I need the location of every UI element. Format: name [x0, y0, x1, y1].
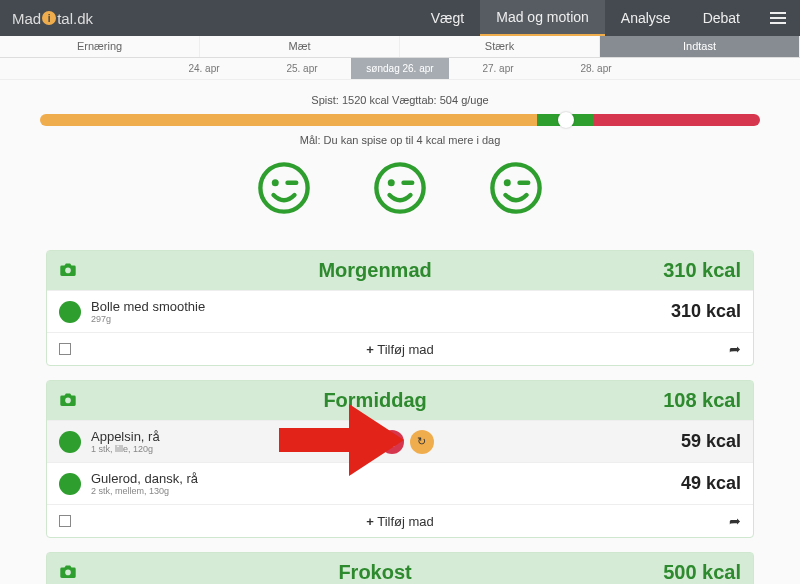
day-tab[interactable]: 27. apr [449, 58, 547, 79]
brand-icon: i [42, 11, 56, 25]
day-tab[interactable]: søndag 26. apr [351, 58, 449, 79]
summary-top: Spist: 1520 kcal Vægttab: 504 g/uge [0, 94, 800, 106]
food-name: Appelsin, rå [91, 429, 160, 444]
food-dot-icon [59, 301, 81, 323]
nav-mad-og-motion[interactable]: Mad og motion [480, 0, 605, 36]
meal-section: Frokost500 kcal [46, 552, 754, 584]
svg-point-1 [272, 179, 279, 186]
share-icon[interactable]: ➦ [729, 341, 741, 357]
brand-post: tal.dk [57, 10, 93, 27]
add-food-button[interactable]: + Tilføj mad [71, 514, 729, 529]
summary-goal: Mål: Du kan spise op til 4 kcal mere i d… [0, 134, 800, 146]
meal-section: Formiddag108 kcalAppelsin, rå1 stk, lill… [46, 380, 754, 538]
menu-icon[interactable] [756, 0, 800, 36]
meal-kcal: 310 kcal [663, 259, 741, 282]
add-food-button[interactable]: + Tilføj mad [71, 342, 729, 357]
food-kcal: 59 kcal [681, 431, 741, 452]
calorie-bar [40, 114, 760, 126]
meal-kcal: 500 kcal [663, 561, 741, 584]
smiley-icon [256, 160, 312, 220]
day-tab[interactable]: 25. apr [253, 58, 351, 79]
food-kcal: 49 kcal [681, 473, 741, 494]
svg-point-4 [492, 164, 539, 211]
smiley-icon [372, 160, 428, 220]
subtab-mæt[interactable]: Mæt [200, 36, 400, 57]
food-dot-icon [59, 431, 81, 453]
smiley-icon [488, 160, 544, 220]
brand-logo: Mad i tal.dk [0, 0, 105, 36]
svg-point-8 [65, 569, 71, 575]
bar-knob[interactable] [558, 112, 574, 128]
food-detail: 297g [91, 314, 205, 324]
subtab-stærk[interactable]: Stærk [400, 36, 600, 57]
meal-title: Morgenmad [87, 259, 663, 282]
svg-point-3 [388, 179, 395, 186]
nav-analyse[interactable]: Analyse [605, 0, 687, 36]
svg-point-0 [260, 164, 307, 211]
meal-kcal: 108 kcal [663, 389, 741, 412]
brand-pre: Mad [12, 10, 41, 27]
food-detail: 1 stk, lille, 120g [91, 444, 160, 454]
meal-section: Morgenmad310 kcalBolle med smoothie297g3… [46, 250, 754, 366]
food-name: Bolle med smoothie [91, 299, 205, 314]
nav-vægt[interactable]: Vægt [415, 0, 480, 36]
svg-point-2 [376, 164, 423, 211]
day-tab[interactable]: 28. apr [547, 58, 645, 79]
food-dot-icon [59, 473, 81, 495]
svg-point-7 [65, 397, 71, 403]
camera-icon[interactable] [59, 564, 77, 582]
food-kcal: 310 kcal [671, 301, 741, 322]
share-icon[interactable]: ➦ [729, 513, 741, 529]
food-detail: 2 stk, mellem, 130g [91, 486, 198, 496]
camera-icon[interactable] [59, 262, 77, 280]
day-tab[interactable]: 24. apr [155, 58, 253, 79]
food-name: Gulerod, dansk, rå [91, 471, 198, 486]
refresh-icon[interactable]: ↻ [410, 430, 434, 454]
camera-icon[interactable] [59, 392, 77, 410]
subtab-indtast[interactable]: Indtast [600, 36, 800, 57]
checkbox[interactable] [59, 515, 71, 527]
food-row[interactable]: Appelsin, rå1 stk, lille, 120g✎🗑↻59 kcal [47, 420, 753, 462]
meal-title: Frokost [87, 561, 663, 584]
svg-point-5 [504, 179, 511, 186]
svg-point-6 [65, 267, 71, 273]
nav-debat[interactable]: Debat [687, 0, 756, 36]
food-row[interactable]: Bolle med smoothie297g310 kcal [47, 290, 753, 332]
checkbox[interactable] [59, 343, 71, 355]
subtab-ernæring[interactable]: Ernæring [0, 36, 200, 57]
